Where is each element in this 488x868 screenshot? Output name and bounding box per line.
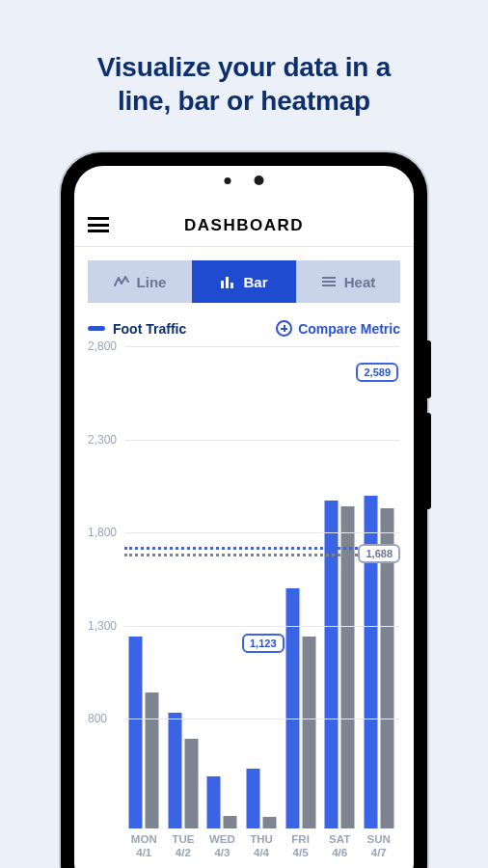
seg-bar-label: Bar (243, 274, 267, 290)
plot-area (124, 346, 398, 828)
x-tick-label: SAT4/6 (320, 832, 360, 868)
chart-type-segmented: Line Bar Heat (88, 260, 400, 303)
chart: MON4/1TUE4/2WED4/3THU4/4FRI4/5SAT4/6SUN4… (88, 346, 400, 868)
phone-frame: DASHBOARD Line Bar (61, 152, 427, 868)
hero-title: Visualize your data in a line, bar or he… (0, 0, 488, 118)
seg-line-label: Line (137, 274, 167, 290)
bar-group (320, 346, 360, 828)
phone-speaker (225, 176, 264, 185)
y-tick-label: 1,300 (88, 619, 117, 633)
gridline (124, 346, 400, 347)
x-tick-label: WED4/3 (203, 832, 242, 868)
plus-circle-icon (276, 320, 292, 337)
x-tick-label: SUN4/7 (359, 832, 398, 868)
x-tick-label: THU4/4 (242, 832, 282, 868)
phone-side-button (427, 413, 431, 509)
seg-heat-label: Heat (344, 274, 376, 290)
bar-group (164, 346, 203, 828)
appbar: DASHBOARD (74, 204, 414, 247)
reference-line (124, 554, 398, 556)
compare-metric-button[interactable]: Compare Metric (276, 320, 400, 337)
data-callout: 1,123 (242, 634, 285, 653)
page-title: DASHBOARD (184, 216, 304, 235)
x-tick-label: MON4/1 (124, 832, 164, 868)
bar-secondary[interactable] (224, 816, 237, 829)
bar-secondary[interactable] (146, 692, 159, 828)
bar-group (281, 346, 320, 828)
bar-primary[interactable] (285, 588, 299, 828)
gridline (124, 532, 400, 533)
bar-chart-icon (220, 275, 235, 288)
data-callout: 2,589 (356, 363, 398, 382)
bar-primary[interactable] (168, 713, 181, 828)
x-axis: MON4/1TUE4/2WED4/3THU4/4FRI4/5SAT4/6SUN4… (124, 832, 398, 868)
bar-primary[interactable] (247, 769, 260, 828)
bar-primary[interactable] (129, 637, 143, 828)
seg-bar[interactable]: Bar (192, 260, 296, 303)
legend-primary: Foot Traffic (88, 321, 186, 337)
reference-line (124, 547, 398, 550)
gridline (124, 626, 400, 627)
y-tick-label: 2,300 (88, 433, 117, 447)
bar-primary[interactable] (207, 776, 221, 828)
legend-primary-label: Foot Traffic (113, 321, 186, 337)
bar-group (242, 346, 282, 828)
bar-secondary[interactable] (184, 739, 198, 828)
svg-rect-1 (226, 277, 229, 288)
content: Line Bar Heat Foot T (74, 247, 414, 868)
svg-rect-0 (221, 281, 224, 288)
bar-group (124, 346, 164, 828)
heatmap-icon (321, 275, 337, 288)
compare-label: Compare Metric (298, 321, 400, 337)
bar-group (203, 346, 242, 828)
phone-side-button (427, 340, 431, 398)
y-tick-label: 1,800 (88, 526, 117, 539)
hero-line-2: line, bar or heatmap (29, 84, 459, 118)
bar-secondary[interactable] (263, 817, 277, 828)
x-tick-label: TUE4/2 (164, 832, 203, 868)
gridline (124, 440, 400, 441)
screen: DASHBOARD Line Bar (74, 166, 414, 868)
data-callout: 1,688 (358, 544, 400, 563)
seg-heat[interactable]: Heat (296, 260, 400, 303)
x-tick-label: FRI4/5 (281, 832, 320, 868)
hamburger-icon[interactable] (88, 214, 109, 235)
legend-row: Foot Traffic Compare Metric (88, 320, 400, 337)
bar-group (359, 346, 398, 828)
hero-line-1: Visualize your data in a (29, 50, 459, 84)
svg-rect-2 (230, 283, 233, 288)
legend-dash-icon (88, 326, 105, 331)
line-chart-icon (114, 275, 129, 288)
seg-line[interactable]: Line (88, 260, 192, 303)
gridline (124, 719, 400, 719)
bar-secondary[interactable] (302, 637, 315, 828)
y-tick-label: 2,800 (88, 339, 117, 353)
y-tick-label: 800 (88, 712, 107, 725)
